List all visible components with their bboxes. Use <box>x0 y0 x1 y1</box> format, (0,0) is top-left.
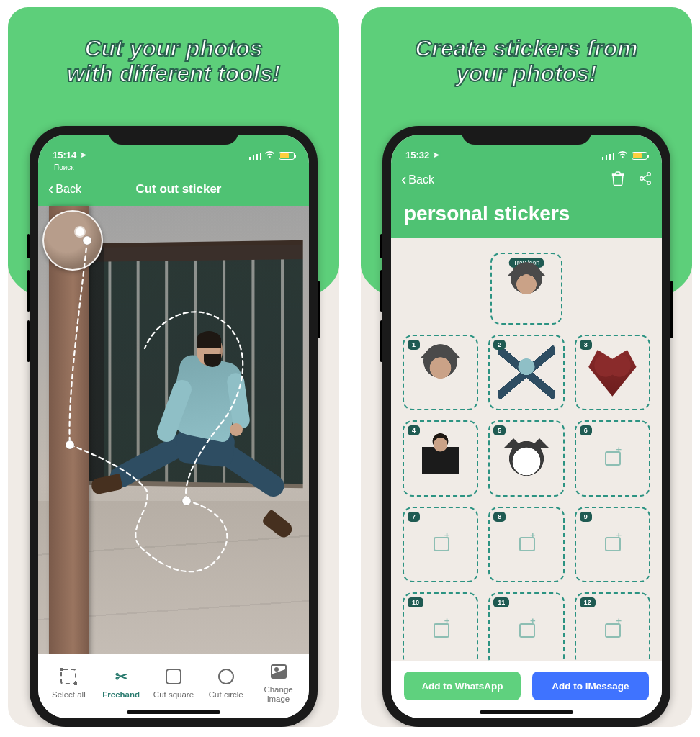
sticker-thumb <box>498 430 555 487</box>
phone-screen-2: 15:32 ➤ ‹ Back <box>391 135 662 718</box>
navbar: ‹ Back <box>391 163 662 196</box>
status-bar: 15:14 ➤ <box>38 135 309 163</box>
scissors-icon: ✂ <box>112 667 130 686</box>
wifi-icon <box>264 150 275 160</box>
square-icon <box>166 669 181 684</box>
tool-label: Change image <box>264 685 292 703</box>
phone-side-button <box>27 320 30 362</box>
phone-side-button <box>380 270 382 312</box>
status-time: 15:14 <box>53 150 76 160</box>
page-title: personal stickers <box>391 196 662 238</box>
battery-icon <box>279 152 295 160</box>
signal-icon <box>602 152 614 160</box>
status-time: 15:32 <box>405 150 429 160</box>
sticker-slot[interactable]: 2 <box>488 335 564 410</box>
phone-side-button <box>27 270 30 312</box>
headline-1-line2: with different tools! <box>37 61 310 86</box>
sticker-slot[interactable]: 12 <box>575 592 650 668</box>
export-actions: Add to WhatsApp Add to iMessage <box>391 661 662 718</box>
svg-point-4 <box>640 176 643 179</box>
location-icon: ➤ <box>80 150 86 160</box>
tool-change-image[interactable]: Change image <box>256 662 302 703</box>
phone-side-button <box>380 234 382 258</box>
image-icon <box>271 664 287 679</box>
tool-label: Freehand <box>102 690 140 699</box>
trash-button[interactable] <box>611 171 624 189</box>
chevron-left-icon: ‹ <box>401 172 406 188</box>
sticker-thumb <box>498 344 555 401</box>
status-bar: 15:32 ➤ <box>391 135 662 163</box>
add-icon <box>519 537 534 551</box>
tray-icon-slot[interactable]: Tray icon <box>490 253 562 325</box>
tool-label: Select all <box>52 690 86 699</box>
sticker-thumb <box>412 430 469 487</box>
add-to-imessage-button[interactable]: Add to iMessage <box>532 672 649 700</box>
home-indicator <box>480 710 573 714</box>
headline-1: Cut your photos with different tools! <box>8 36 339 86</box>
tool-label: Cut square <box>153 690 194 699</box>
share-icon <box>639 171 652 186</box>
back-label: Back <box>408 173 434 186</box>
signal-icon <box>249 152 261 160</box>
back-button[interactable]: ‹ Back <box>401 172 434 188</box>
promo-card-2: Create stickers from your photos! 15:32 … <box>361 7 692 727</box>
phone-screen-1: 15:14 ➤ Поиск ‹ <box>38 135 309 718</box>
phone-side-button <box>318 281 320 338</box>
tool-freehand[interactable]: ✂ Freehand <box>98 667 144 699</box>
add-icon <box>605 537 619 551</box>
phone-side-button <box>670 281 673 338</box>
add-to-whatsapp-button[interactable]: Add to WhatsApp <box>404 672 521 700</box>
sticker-slot[interactable]: 4 <box>403 420 478 496</box>
sticker-slot[interactable]: 3 <box>575 335 650 410</box>
sticker-slot[interactable]: 10 <box>403 592 478 668</box>
headline-1-line1: Cut your photos <box>37 36 310 61</box>
location-icon: ➤ <box>433 150 439 160</box>
add-icon <box>605 451 619 466</box>
headline-2-line1: Create stickers from <box>390 36 663 61</box>
headline-2-line2: your photos! <box>390 61 663 86</box>
navbar: ‹ Back Cut out sticker <box>38 173 309 206</box>
magnifier-loupe[interactable] <box>42 210 103 271</box>
photo-subject <box>96 314 283 559</box>
navbar-title: Cut out sticker <box>58 182 299 196</box>
promo-card-1: Cut your photos with different tools! 15… <box>8 7 339 727</box>
chevron-left-icon: ‹ <box>48 181 53 197</box>
add-icon <box>434 623 448 638</box>
tool-cut-circle[interactable]: Cut circle <box>203 667 249 699</box>
sticker-thumb <box>584 344 641 401</box>
home-indicator <box>127 710 220 714</box>
share-button[interactable] <box>639 171 652 189</box>
sticker-slot[interactable]: 1 <box>403 335 478 410</box>
phone-side-button <box>380 320 382 362</box>
editor-toolbar: Select all ✂ Freehand Cut square Cut cir… <box>38 654 309 718</box>
sticker-slot[interactable]: 5 <box>488 420 564 496</box>
photo-pillar <box>49 206 89 666</box>
tool-label: Cut circle <box>209 690 243 699</box>
sticker-slot[interactable]: 11 <box>488 592 564 668</box>
battery-icon <box>632 152 647 160</box>
trash-icon <box>611 171 624 186</box>
sticker-slot[interactable]: 6 <box>575 420 650 496</box>
svg-point-5 <box>647 181 650 184</box>
status-carrier: Поиск <box>38 163 309 173</box>
sticker-thumb <box>412 344 469 401</box>
tool-cut-square[interactable]: Cut square <box>151 667 197 699</box>
sticker-thumb <box>500 262 554 316</box>
select-all-icon <box>60 669 76 684</box>
sticker-grid: Tray icon 1 2 3 4 5 6 7 8 9 10 <box>391 238 662 699</box>
phone-device-1: 15:14 ➤ Поиск ‹ <box>30 126 318 727</box>
add-icon <box>434 537 448 551</box>
phone-device-2: 15:32 ➤ ‹ Back <box>382 126 670 727</box>
tool-select-all[interactable]: Select all <box>45 667 91 699</box>
phone-side-button <box>27 234 30 258</box>
headline-2: Create stickers from your photos! <box>361 36 692 86</box>
photo-canvas[interactable] <box>38 206 309 666</box>
sticker-slot[interactable]: 7 <box>403 507 478 582</box>
sticker-slot[interactable]: 9 <box>575 507 650 582</box>
add-icon <box>519 623 534 638</box>
circle-icon <box>218 669 234 684</box>
add-icon <box>605 623 619 638</box>
svg-point-3 <box>647 172 650 175</box>
sticker-slot[interactable]: 8 <box>488 507 564 582</box>
wifi-icon <box>617 150 628 160</box>
